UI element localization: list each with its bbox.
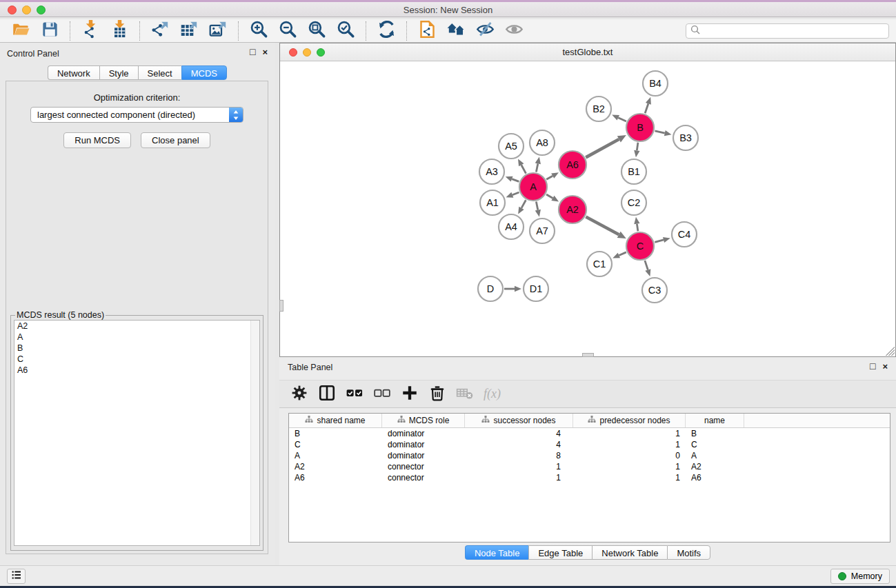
table-cell[interactable]: 8 (465, 450, 573, 461)
graph-node-A4[interactable]: A4 (499, 214, 524, 239)
trash-button[interactable] (428, 385, 446, 403)
tab-node-table[interactable]: Node Table (465, 545, 529, 560)
table-cell[interactable]: dominator (382, 439, 465, 450)
graph-node-B2[interactable]: B2 (586, 97, 611, 121)
column-header-shared-name[interactable]: shared name (289, 414, 382, 427)
network-window-titlebar[interactable]: testGlobe.txt (280, 43, 895, 61)
graph-node-B1[interactable]: B1 (621, 159, 646, 184)
search-field[interactable] (686, 23, 889, 39)
column-header-predecessor-nodes[interactable]: predecessor nodes (573, 414, 686, 427)
table-cell[interactable]: 4 (465, 428, 573, 439)
graph-node-C1[interactable]: C1 (587, 252, 612, 276)
result-list-scrollbar[interactable] (250, 321, 259, 545)
mcds-result-item[interactable]: C (14, 354, 259, 365)
graph-node-C2[interactable]: C2 (621, 190, 646, 215)
table-cell[interactable]: dominator (382, 428, 465, 439)
zoom-selected-button[interactable] (331, 21, 360, 41)
graph-node-C3[interactable]: C3 (642, 278, 667, 303)
column-header-successor-nodes[interactable]: successor nodes (465, 414, 573, 427)
save-button[interactable] (35, 21, 64, 41)
graph-node-D[interactable]: D (478, 276, 503, 301)
table-cell[interactable]: 1 (465, 461, 573, 472)
tab-select[interactable]: Select (138, 65, 181, 80)
search-input[interactable] (703, 25, 884, 37)
table-row[interactable]: Cdominator41C (289, 439, 890, 450)
copy-document-button[interactable] (412, 21, 441, 41)
graph-node-A5[interactable]: A5 (499, 134, 524, 159)
tab-edge-table[interactable]: Edge Table (528, 545, 592, 560)
table-cell[interactable]: A (289, 450, 382, 461)
zoom-fit-button[interactable] (302, 21, 331, 41)
table-cell[interactable]: connector (382, 472, 465, 483)
graph-node-A3[interactable]: A3 (479, 159, 504, 184)
left-collapse-grip[interactable] (279, 300, 283, 312)
table-row[interactable]: Bdominator41B (289, 428, 890, 439)
table-cell[interactable]: connector (382, 461, 465, 472)
import-table-button[interactable] (105, 21, 134, 41)
zoom-in-button[interactable] (244, 21, 273, 41)
tab-style[interactable]: Style (99, 65, 138, 80)
graph-node-B[interactable]: B (626, 114, 654, 141)
tab-network[interactable]: Network (48, 65, 99, 80)
checkbox-checked-pair-button[interactable] (345, 385, 364, 403)
show-eye-button[interactable] (499, 21, 528, 41)
table-row[interactable]: A2connector11A2 (289, 461, 890, 472)
float-panel-icon[interactable]: □ (250, 47, 255, 57)
table-cell[interactable]: 1 (465, 472, 573, 483)
gear-button[interactable] (290, 385, 308, 403)
task-history-button[interactable] (7, 569, 26, 584)
table-cell[interactable]: 4 (465, 439, 573, 450)
export-table-button[interactable] (175, 21, 203, 41)
export-network-button[interactable] (146, 21, 175, 41)
graph-node-C[interactable]: C (626, 232, 654, 260)
column-header-MCDS-role[interactable]: MCDS role (382, 414, 465, 427)
table-row[interactable]: Adominator80A (289, 450, 890, 461)
graph-node-A6[interactable]: A6 (559, 151, 586, 179)
table-cell[interactable]: 1 (573, 428, 686, 439)
open-folder-button[interactable] (6, 21, 35, 41)
checkbox-unchecked-pair-button[interactable] (372, 385, 391, 403)
hide-graphics-details-button[interactable] (470, 21, 499, 41)
table-cell[interactable]: A (686, 450, 744, 461)
import-network-button[interactable] (76, 21, 105, 41)
table-cell[interactable]: 1 (573, 461, 686, 472)
memory-button[interactable]: Memory (830, 569, 890, 584)
graph-node-A2[interactable]: A2 (559, 196, 586, 223)
close-table-panel-icon[interactable]: × (882, 361, 888, 372)
graph-node-B3[interactable]: B3 (673, 125, 698, 150)
table-cell[interactable]: 0 (573, 450, 686, 461)
graph-node-A1[interactable]: A1 (480, 190, 505, 215)
table-row[interactable]: A6connector11A6 (289, 472, 890, 483)
graph-node-B4[interactable]: B4 (643, 71, 668, 96)
mcds-result-item[interactable]: A2 (14, 321, 259, 332)
split-columns-button[interactable] (317, 385, 336, 403)
table-cell[interactable]: C (686, 439, 744, 450)
table-cell[interactable]: 1 (573, 472, 686, 483)
float-table-panel-icon[interactable]: □ (870, 361, 875, 372)
table-cell[interactable]: A6 (289, 472, 382, 483)
network-canvas[interactable]: AA1A2A3A4A5A6A7A8BB1B2B3B4CC1C2C3C4DD1 (280, 62, 895, 356)
column-header-name[interactable]: name (686, 414, 744, 427)
refresh-button[interactable] (372, 21, 401, 41)
graph-node-A[interactable]: A (519, 173, 547, 201)
run-mcds-button[interactable]: Run MCDS (63, 132, 131, 148)
close-panel-icon[interactable]: × (262, 47, 268, 57)
table-cell[interactable]: 1 (573, 439, 686, 450)
graph-node-C4[interactable]: C4 (672, 222, 697, 247)
mcds-result-list[interactable]: A2ABCA6 (14, 320, 260, 546)
graph-node-D1[interactable]: D1 (524, 276, 548, 301)
tab-motifs[interactable]: Motifs (667, 545, 710, 560)
table-cell[interactable]: B (686, 428, 744, 439)
export-image-button[interactable] (203, 21, 232, 41)
table-cell[interactable]: A2 (686, 461, 744, 472)
table-cell[interactable]: A6 (686, 472, 744, 483)
table-cell[interactable]: A2 (289, 461, 382, 472)
resize-grip-icon[interactable] (886, 347, 895, 356)
mcds-result-item[interactable]: A6 (14, 365, 259, 376)
graph-node-A8[interactable]: A8 (530, 130, 555, 155)
table-cell[interactable]: B (289, 428, 382, 439)
plus-button[interactable] (400, 385, 419, 403)
tab-network-table[interactable]: Network Table (592, 545, 667, 560)
table-cell[interactable]: dominator (382, 450, 465, 461)
zoom-out-button[interactable] (273, 21, 302, 41)
